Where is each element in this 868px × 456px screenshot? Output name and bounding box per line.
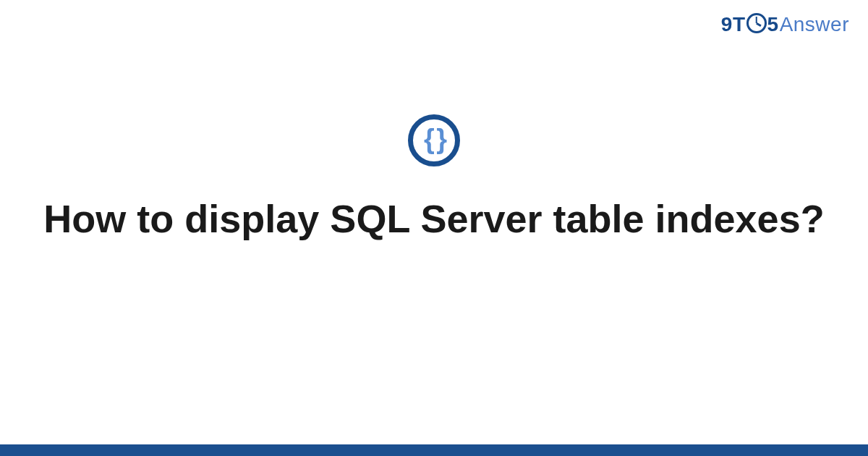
page-title: How to display SQL Server table indexes?: [43, 195, 825, 243]
logo-text-answer: Answer: [780, 13, 849, 36]
braces-glyph: { }: [424, 125, 444, 153]
code-braces-icon: { }: [408, 114, 460, 166]
clock-icon: [746, 13, 767, 33]
logo-text-9t: 9T: [721, 13, 746, 36]
site-logo: 9T 5 Answer: [721, 13, 849, 36]
footer-bar: [0, 444, 868, 456]
logo-text-5: 5: [767, 13, 779, 36]
page-container: 9T 5 Answer { } How to display SQL Serve…: [0, 0, 868, 456]
